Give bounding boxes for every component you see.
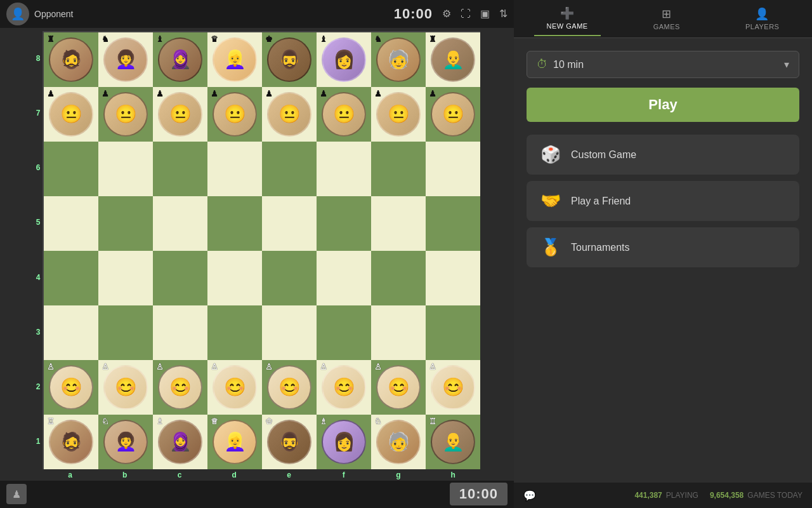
cell-h1[interactable]: 👨‍🦲 ♖ — [426, 415, 480, 469]
nav-games-label: GAMES — [653, 23, 680, 30]
piece-type-c2: ♙ — [156, 363, 164, 371]
cell-b1[interactable]: 👩‍🦱 ♘ — [98, 415, 153, 469]
cell-c3[interactable] — [153, 305, 207, 360]
cell-a6[interactable] — [44, 142, 98, 196]
cell-e1[interactable]: 🧔‍♂️ ♔ — [262, 415, 317, 469]
cell-a4[interactable] — [44, 251, 98, 305]
cell-e7[interactable]: 😐 ♟ — [262, 87, 317, 142]
cell-e3[interactable] — [262, 305, 317, 360]
cell-f6[interactable] — [317, 142, 371, 196]
cell-h3[interactable] — [426, 305, 480, 360]
nav-games[interactable]: ⊞ GAMES — [641, 2, 693, 36]
piece-h8: 👨‍🦲 ♜ — [427, 34, 479, 86]
piece-type-a7: ♟ — [47, 90, 55, 98]
cell-d7[interactable]: 😐 ♟ — [207, 87, 262, 142]
games-today-count: 9,654,358 — [710, 491, 743, 500]
cell-d4[interactable] — [207, 251, 262, 305]
cell-e5[interactable] — [262, 196, 317, 251]
cell-c6[interactable] — [153, 142, 207, 196]
cell-c7[interactable]: 😐 ♟ — [153, 87, 207, 142]
custom-game-card[interactable]: 🎲 Custom Game — [527, 135, 799, 175]
cell-g6[interactable] — [371, 142, 426, 196]
tournaments-card[interactable]: 🥇 Tournaments — [527, 227, 799, 267]
cell-e6[interactable] — [262, 142, 317, 196]
piece-type-b2: ♙ — [102, 363, 109, 371]
rank-3: 3 — [36, 305, 41, 359]
cell-e2[interactable]: 😊 ♙ — [262, 360, 317, 415]
cell-h5[interactable] — [426, 196, 480, 251]
piece-type-a8: ♜ — [47, 35, 55, 43]
cell-a3[interactable] — [44, 305, 98, 360]
cell-g5[interactable] — [371, 196, 426, 251]
cell-h6[interactable] — [426, 142, 480, 196]
cell-g3[interactable] — [371, 305, 426, 360]
cell-h8[interactable]: 👨‍🦲 ♜ — [426, 32, 480, 87]
cell-b6[interactable] — [98, 142, 153, 196]
piece-type-f7: ♟ — [320, 90, 327, 98]
cell-f8[interactable]: 👩 ♝ — [317, 32, 371, 87]
cell-a2[interactable]: 😊 ♙ — [44, 360, 98, 415]
cell-d6[interactable] — [207, 142, 262, 196]
cell-h2[interactable]: 😊 ♙ — [426, 360, 480, 415]
piece-type-h7: ♟ — [429, 90, 436, 98]
cell-d2[interactable]: 😊 ♙ — [207, 360, 262, 415]
cell-h7[interactable]: 😐 ♟ — [426, 87, 480, 142]
cell-c5[interactable] — [153, 196, 207, 251]
cell-a8[interactable]: 🧔 ♜ — [44, 32, 98, 87]
play-button[interactable]: Play — [527, 88, 799, 122]
nav-new-game[interactable]: ➕ NEW GAME — [534, 1, 601, 36]
cell-c2[interactable]: 😊 ♙ — [153, 360, 207, 415]
cell-g1[interactable]: 🧓 ♘ — [371, 415, 426, 469]
fullscreen-button[interactable]: ⛶ — [461, 8, 471, 20]
cell-h4[interactable] — [426, 251, 480, 305]
cell-b8[interactable]: 👩‍🦱 ♞ — [98, 32, 153, 87]
cell-f7[interactable]: 😐 ♟ — [317, 87, 371, 142]
file-f: f — [317, 471, 371, 479]
chevron-down-icon: ▾ — [784, 58, 789, 70]
board-button[interactable]: ▣ — [480, 8, 490, 20]
cell-b2[interactable]: 😊 ♙ — [98, 360, 153, 415]
cell-d3[interactable] — [207, 305, 262, 360]
time-control-selector[interactable]: ⏱ 10 min ▾ — [527, 51, 799, 78]
cell-d1[interactable]: 👱‍♀️ ♕ — [207, 415, 262, 469]
cell-a5[interactable] — [44, 196, 98, 251]
cell-g8[interactable]: 🧓 ♞ — [371, 32, 426, 87]
flip-button[interactable]: ⇅ — [499, 8, 508, 20]
cell-b7[interactable]: 😐 ♟ — [98, 87, 153, 142]
piece-d8: 👱‍♀️ ♛ — [209, 34, 261, 86]
cell-e8[interactable]: 🧔‍♂️ ♚ — [262, 32, 317, 87]
piece-g8: 🧓 ♞ — [372, 34, 424, 86]
file-d: d — [207, 471, 261, 479]
cell-d5[interactable] — [207, 196, 262, 251]
piece-type-h2: ♙ — [429, 363, 436, 371]
cell-f4[interactable] — [317, 251, 371, 305]
piece-type-d8: ♛ — [211, 35, 218, 43]
cell-b4[interactable] — [98, 251, 153, 305]
rank-5: 5 — [36, 195, 41, 250]
cell-f2[interactable]: 😊 ♙ — [317, 360, 371, 415]
cell-g7[interactable]: 😐 ♟ — [371, 87, 426, 142]
cell-c8[interactable]: 🧕 ♝ — [153, 32, 207, 87]
cell-c1[interactable]: 🧕 ♗ — [153, 415, 207, 469]
settings-button[interactable]: ⚙ — [442, 8, 451, 20]
piece-type-f8: ♝ — [320, 35, 327, 43]
play-friend-card[interactable]: 🤝 Play a Friend — [527, 181, 799, 221]
cell-g2[interactable]: 😊 ♙ — [371, 360, 426, 415]
cell-a1[interactable]: 🧔 ♖ — [44, 415, 98, 469]
main-container: 👤 Opponent 10:00 ⚙ ⛶ ▣ ⇅ 8 7 6 — [0, 0, 812, 508]
cell-f3[interactable] — [317, 305, 371, 360]
cell-e4[interactable] — [262, 251, 317, 305]
piece-a7: 😐 ♟ — [45, 88, 97, 140]
cell-a7[interactable]: 😐 ♟ — [44, 87, 98, 142]
cell-f1[interactable]: 👩 ♗ — [317, 415, 371, 469]
cell-d8[interactable]: 👱‍♀️ ♛ — [207, 32, 262, 87]
cell-g4[interactable] — [371, 251, 426, 305]
cell-c4[interactable] — [153, 251, 207, 305]
cell-b5[interactable] — [98, 196, 153, 251]
cell-f5[interactable] — [317, 196, 371, 251]
nav-players[interactable]: 👤 PLAYERS — [733, 2, 792, 36]
bottom-bar: ♟ 10:00 — [0, 481, 514, 509]
file-labels: a b c d e f g h — [43, 469, 480, 481]
cell-b3[interactable] — [98, 305, 153, 360]
piece-f8: 👩 ♝ — [318, 34, 370, 86]
